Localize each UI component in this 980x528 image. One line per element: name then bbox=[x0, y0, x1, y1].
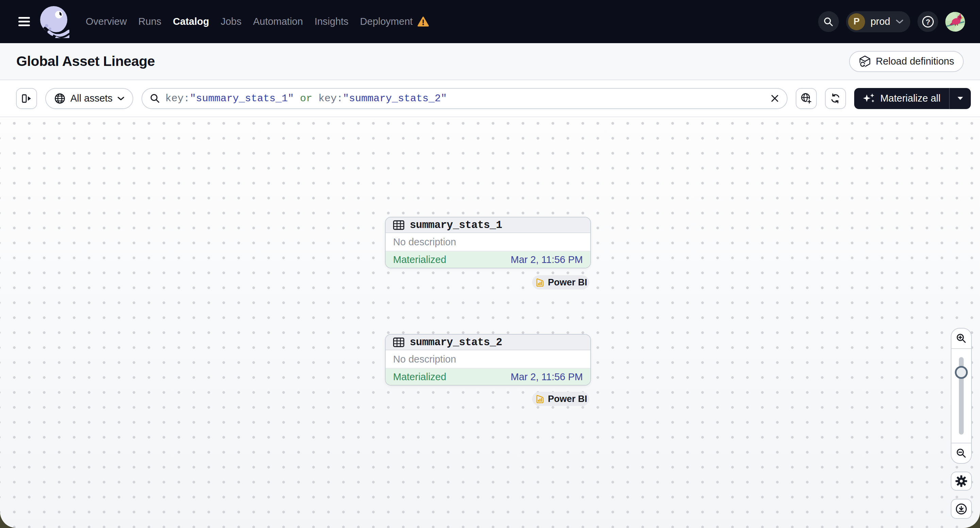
refresh-icon bbox=[830, 93, 841, 104]
asset-node-header: summary_stats_1 bbox=[386, 217, 590, 233]
download-icon bbox=[955, 503, 967, 515]
octopus-logo-icon bbox=[40, 5, 69, 38]
graph-settings-button[interactable] bbox=[951, 472, 972, 491]
help-button[interactable]: ? bbox=[918, 11, 938, 32]
status-badge: Materialized bbox=[393, 254, 446, 265]
download-graph-button[interactable] bbox=[951, 499, 972, 519]
zoom-slider[interactable] bbox=[951, 348, 971, 443]
zoom-out-button[interactable] bbox=[951, 443, 971, 463]
nav-item-runs[interactable]: Runs bbox=[138, 16, 162, 27]
nav-item-catalog[interactable]: Catalog bbox=[173, 16, 209, 27]
reload-definitions-label: Reload definitions bbox=[876, 56, 954, 67]
materialize-options-button[interactable] bbox=[950, 97, 971, 100]
global-search-button[interactable] bbox=[818, 11, 839, 32]
asset-scope-dropdown[interactable]: All assets bbox=[45, 88, 133, 109]
powerbi-tag-label: Power BI bbox=[548, 394, 587, 404]
nav-item-insights[interactable]: Insights bbox=[315, 16, 348, 27]
open-left-panel-button[interactable] bbox=[16, 88, 37, 109]
asset-name: summary_stats_2 bbox=[410, 336, 502, 348]
hamburger-menu-icon[interactable] bbox=[18, 17, 30, 26]
powerbi-tag-label: Power BI bbox=[548, 277, 587, 288]
deployment-switcher[interactable]: P prod bbox=[846, 11, 910, 32]
asset-status-row: Materialized Mar 2, 11:56 PM bbox=[386, 369, 590, 385]
asset-node-summary-stats-2[interactable]: summary_stats_2 No description Materiali… bbox=[385, 334, 591, 385]
search-icon bbox=[823, 16, 834, 27]
reload-definitions-icon bbox=[859, 55, 871, 68]
caret-down-icon bbox=[957, 97, 963, 100]
powerbi-icon bbox=[534, 394, 544, 404]
asset-node-summary-stats-1[interactable]: summary_stats_1 No description Materiali… bbox=[385, 217, 591, 268]
bird-avatar-image bbox=[945, 12, 965, 32]
lineage-canvas[interactable]: summary_stats_1 No description Materiali… bbox=[0, 117, 980, 528]
nav-item-jobs[interactable]: Jobs bbox=[221, 16, 242, 27]
help-icon: ? bbox=[921, 15, 934, 28]
search-icon bbox=[150, 93, 160, 104]
deployment-avatar: P bbox=[848, 13, 865, 30]
globe-icon bbox=[54, 93, 66, 104]
materialize-all-button[interactable]: Materialize all bbox=[854, 92, 949, 105]
clear-search-button[interactable] bbox=[770, 94, 780, 103]
zoom-slider-handle[interactable] bbox=[955, 366, 968, 379]
materialize-all-split-button: Materialize all bbox=[854, 88, 971, 109]
top-navbar: Overview Runs Catalog Jobs Automation In… bbox=[0, 0, 980, 43]
chevron-down-icon bbox=[117, 97, 124, 101]
sparkles-icon bbox=[863, 92, 875, 105]
nav-item-overview[interactable]: Overview bbox=[86, 16, 127, 27]
asset-name: summary_stats_1 bbox=[410, 219, 502, 231]
refresh-graph-button[interactable] bbox=[825, 88, 846, 109]
asset-description: No description bbox=[386, 350, 590, 369]
status-badge: Materialized bbox=[393, 371, 446, 382]
svg-text:?: ? bbox=[926, 17, 930, 26]
materialization-timestamp: Mar 2, 11:56 PM bbox=[511, 371, 583, 382]
primary-nav: Overview Runs Catalog Jobs Automation In… bbox=[86, 16, 429, 27]
asset-scope-label: All assets bbox=[70, 93, 113, 104]
materialize-all-label: Materialize all bbox=[880, 93, 940, 104]
chevron-down-icon bbox=[896, 19, 904, 24]
gear-icon bbox=[955, 475, 968, 488]
asset-node-header: summary_stats_2 bbox=[386, 335, 590, 350]
asset-status-row: Materialized Mar 2, 11:56 PM bbox=[386, 251, 590, 268]
search-query-text: key:"summary_stats_1" or key:"summary_st… bbox=[165, 93, 765, 104]
panel-toggle-icon bbox=[21, 94, 32, 104]
page-header: Global Asset Lineage Reload definitions bbox=[0, 43, 980, 80]
globe-plus-icon bbox=[800, 93, 812, 104]
warning-icon bbox=[417, 16, 429, 27]
powerbi-tag[interactable]: Power BI bbox=[532, 275, 589, 290]
materialization-timestamp: Mar 2, 11:56 PM bbox=[511, 254, 583, 265]
table-icon bbox=[393, 337, 405, 347]
asset-search-input[interactable]: key:"summary_stats_1" or key:"summary_st… bbox=[142, 88, 788, 109]
nav-item-deployment[interactable]: Deployment bbox=[360, 16, 429, 27]
deployment-name: prod bbox=[870, 16, 890, 27]
navbar-right: P prod ? bbox=[818, 11, 965, 32]
asset-description: No description bbox=[386, 233, 590, 251]
user-avatar[interactable] bbox=[945, 12, 965, 32]
nav-item-automation[interactable]: Automation bbox=[253, 16, 303, 27]
page-title: Global Asset Lineage bbox=[16, 53, 155, 69]
zoom-in-icon bbox=[956, 333, 967, 344]
lineage-toolbar: All assets key:"summary_stats_1" or key:… bbox=[0, 80, 980, 117]
show-all-assets-button[interactable] bbox=[796, 88, 817, 109]
reload-definitions-button[interactable]: Reload definitions bbox=[849, 51, 964, 72]
powerbi-tag[interactable]: Power BI bbox=[532, 392, 589, 406]
table-icon bbox=[393, 220, 405, 230]
zoom-in-button[interactable] bbox=[951, 328, 971, 348]
close-icon bbox=[770, 94, 780, 103]
zoom-control-panel bbox=[951, 328, 972, 464]
dagster-logo[interactable] bbox=[40, 5, 69, 38]
zoom-out-icon bbox=[956, 448, 967, 459]
powerbi-icon bbox=[534, 277, 544, 287]
